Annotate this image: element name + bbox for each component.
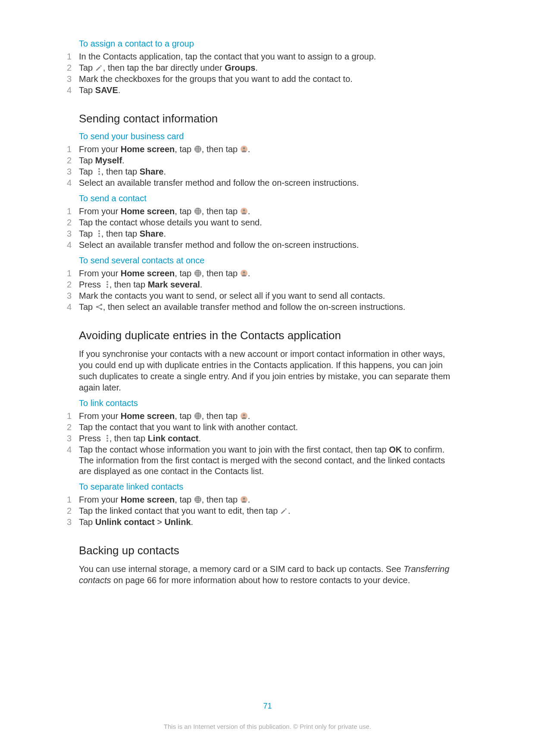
contacts-icon (240, 269, 248, 277)
steps-business-card: From your Home screen, tap , then tap . … (67, 144, 457, 188)
steps-separate-linked: From your Home screen, tap , then tap . … (67, 494, 457, 528)
contacts-icon (240, 207, 248, 215)
steps-assign-group: In the Contacts application, tap the con… (67, 51, 457, 96)
task-title-send-contact: To send a contact (79, 194, 457, 203)
more-icon (103, 281, 110, 288)
pencil-icon (280, 507, 288, 515)
step: Mark the contacts you want to send, or s… (67, 291, 457, 301)
apps-icon (194, 145, 202, 153)
step: Tap Unlink contact > Unlink. (67, 517, 457, 528)
step: From your Home screen, tap , then tap . (67, 494, 457, 505)
steps-link-contacts: From your Home screen, tap , then tap . … (67, 411, 457, 477)
contacts-icon (240, 145, 248, 153)
paragraph-backup: You can use internal storage, a memory c… (79, 563, 457, 586)
step: Tap the contact that you want to link wi… (67, 422, 457, 433)
step: Tap the linked contact that you want to … (67, 506, 457, 516)
share-icon (95, 303, 103, 311)
step: From your Home screen, tap , then tap . (67, 268, 457, 279)
step: Tap , then tap Share. (67, 166, 457, 177)
apps-icon (194, 412, 202, 420)
manual-page: To assign a contact to a group In the Co… (0, 0, 535, 756)
step: Tap the contact whose information you wa… (67, 444, 457, 477)
paragraph-duplicates: If you synchronise your contacts with a … (79, 348, 457, 393)
footer-disclaimer: This is an Internet version of this publ… (0, 723, 535, 730)
step: From your Home screen, tap , then tap . (67, 411, 457, 422)
steps-send-several: From your Home screen, tap , then tap . … (67, 268, 457, 312)
pencil-icon (95, 64, 103, 72)
step: Tap the contact whose details you want t… (67, 217, 457, 228)
contacts-icon (240, 412, 248, 420)
step: In the Contacts application, tap the con… (67, 51, 457, 62)
step: Tap Myself. (67, 155, 457, 166)
step: Tap , then tap the bar directly under Gr… (67, 62, 457, 73)
step: Tap , then select an available transfer … (67, 302, 457, 312)
step: Select an available transfer method and … (67, 240, 457, 250)
apps-icon (194, 269, 202, 277)
step: Press , then tap Mark several. (67, 279, 457, 290)
page-number: 71 (0, 702, 535, 711)
step: From your Home screen, tap , then tap . (67, 206, 457, 217)
task-title-send-several: To send several contacts at once (79, 256, 457, 266)
contacts-icon (240, 496, 248, 503)
step: Mark the checkboxes for the groups that … (67, 74, 457, 84)
step: Tap , then tap Share. (67, 228, 457, 239)
step: From your Home screen, tap , then tap . (67, 144, 457, 155)
page-footer: 71 This is an Internet version of this p… (0, 702, 535, 730)
apps-icon (194, 207, 202, 215)
step: Select an available transfer method and … (67, 178, 457, 188)
apps-icon (194, 496, 202, 503)
task-title-separate-linked: To separate linked contacts (79, 482, 457, 492)
steps-send-contact: From your Home screen, tap , then tap . … (67, 206, 457, 250)
step: Tap SAVE. (67, 85, 457, 96)
step: Press , then tap Link contact. (67, 433, 457, 444)
section-title-duplicates: Avoiding duplicate entries in the Contac… (79, 329, 457, 342)
more-icon (95, 168, 101, 175)
task-title-assign-group: To assign a contact to a group (79, 39, 457, 49)
more-icon (103, 434, 110, 442)
section-title-backup: Backing up contacts (79, 544, 457, 557)
more-icon (95, 230, 101, 237)
section-title-sending: Sending contact information (79, 112, 457, 125)
task-title-business-card: To send your business card (79, 131, 457, 141)
task-title-link-contacts: To link contacts (79, 398, 457, 408)
